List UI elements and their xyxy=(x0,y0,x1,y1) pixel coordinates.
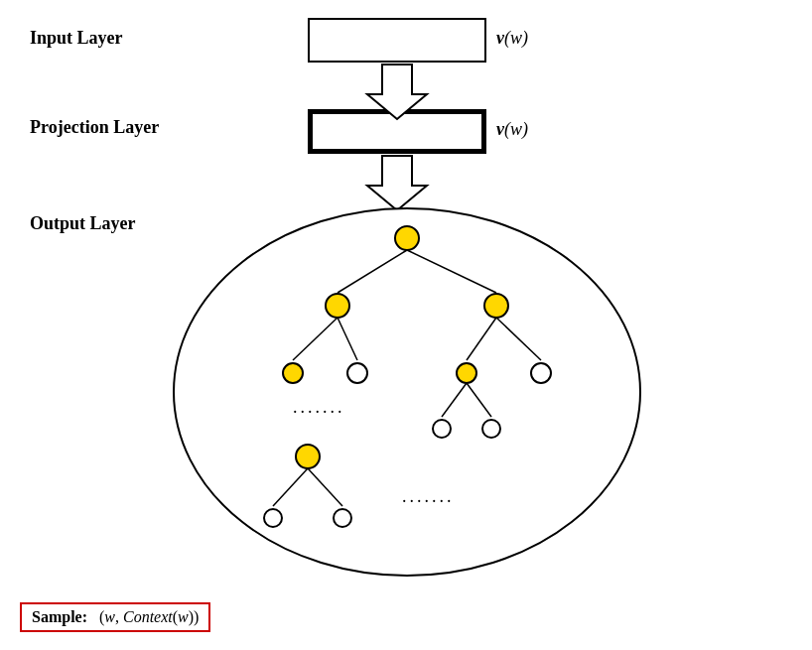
left-child-node xyxy=(326,294,349,318)
vw2-label: v(w) xyxy=(496,119,528,140)
ll-grandchild xyxy=(283,363,303,383)
sample-box: Sample: (w, Context(w)) xyxy=(20,602,210,632)
sample-label: Sample: xyxy=(32,608,87,625)
right-right-edge xyxy=(496,318,541,360)
vw1-label: v(w) xyxy=(496,28,528,49)
right-child-node xyxy=(484,294,508,318)
root-node xyxy=(395,226,419,250)
output-layer-label: Output Layer xyxy=(30,213,136,234)
rl-grandchild xyxy=(457,363,476,383)
diagram-container: Input Layer Projection Layer Output Laye… xyxy=(0,0,812,650)
rl-right-edge xyxy=(467,383,491,417)
arrow-down-2 xyxy=(367,156,427,210)
lr-grandchild xyxy=(347,363,367,383)
right-left-edge xyxy=(467,318,496,360)
projection-box xyxy=(308,109,486,154)
input-box xyxy=(308,18,486,63)
bl-right-edge xyxy=(308,468,342,506)
left-right-edge xyxy=(338,318,357,360)
bl-left-edge xyxy=(273,468,308,506)
input-layer-label: Input Layer xyxy=(30,28,123,49)
diagram-svg xyxy=(0,0,812,650)
projection-layer-label: Projection Layer xyxy=(30,117,159,138)
dots-2: ....... xyxy=(402,486,455,507)
bl-node xyxy=(296,445,320,468)
sample-content: (w, Context(w)) xyxy=(99,608,199,625)
bll-child xyxy=(264,509,282,527)
rr-grandchild xyxy=(531,363,551,383)
rll-great-grandchild xyxy=(433,420,451,438)
rlr-great-grandchild xyxy=(482,420,500,438)
output-ellipse xyxy=(174,208,640,576)
blr-child xyxy=(334,509,351,527)
root-left-edge xyxy=(338,250,407,293)
root-right-edge xyxy=(407,250,496,293)
dots-1: ....... xyxy=(293,397,345,418)
left-left-edge xyxy=(293,318,338,360)
rl-left-edge xyxy=(442,383,467,417)
